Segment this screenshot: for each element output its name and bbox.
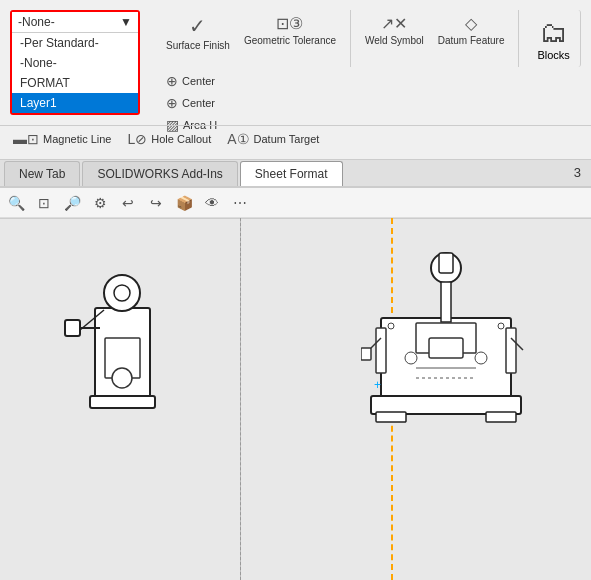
datum-feature-icon: ◇ [465,14,477,33]
blocks-button[interactable]: 🗂 Blocks [527,10,580,67]
zoom-icon-btn[interactable]: 🔎 [60,191,84,215]
layer-dropdown-current: -None- [18,15,55,29]
center-button-1[interactable]: ⊕ Center [160,71,223,91]
weld-symbol-icon: ↗✕ [381,14,407,33]
tab-solidworks-addins[interactable]: SOLIDWORKS Add-Ins [82,161,237,186]
undo-icon-btn[interactable]: ↩ [116,191,140,215]
list-item[interactable]: FORMAT [12,73,138,93]
drawing-item-left [60,248,190,428]
svg-point-20 [405,352,417,364]
datum-target-label: Datum Target [254,133,320,145]
tab-new-tab[interactable]: New Tab [4,161,80,186]
hole-callout-button[interactable]: L⊘ Hole Callout [123,129,217,149]
hole-callout-label: Hole Callout [151,133,211,145]
layer-dropdown[interactable]: -None- ▼ -Per Standard- -None- FORMAT La… [10,10,140,115]
toolbar-area: -None- ▼ -Per Standard- -None- FORMAT La… [0,0,591,160]
list-item[interactable]: -Per Standard- [12,33,138,53]
svg-point-6 [112,368,132,388]
weld-datum-group: ↗✕ Weld Symbol ◇ Datum Feature [359,10,519,67]
icon-toolbar: 🔍 ⊡ 🔎 ⚙ ↩ ↪ 📦 👁 ⋯ [0,188,591,218]
svg-point-26 [498,323,504,329]
surface-finish-group: ✓ Surface Finish ⊡③ Geometric Tolerance [160,10,351,67]
center-icon-2: ⊕ [166,95,178,111]
center-icon-1: ⊕ [166,73,178,89]
center-button-2[interactable]: ⊕ Center [160,93,223,113]
hole-callout-icon: L⊘ [128,131,148,147]
canvas-wrapper: + [0,218,591,580]
layer-dropdown-header[interactable]: -None- ▼ [12,12,138,33]
toolbar-icons-row1: ✓ Surface Finish ⊡③ Geometric Tolerance … [155,5,591,140]
center-label-2: Center [182,97,215,109]
surface-finish-label: Surface Finish [166,40,230,51]
magnetic-line-label: Magnetic Line [43,133,112,145]
drawing-item-right [361,238,531,428]
search-icon-btn[interactable]: 🔍 [4,191,28,215]
list-item[interactable]: -None- [12,53,138,73]
svg-rect-18 [376,412,406,422]
redo-icon-btn[interactable]: ↪ [144,191,168,215]
svg-rect-12 [441,282,451,322]
datum-feature-label: Datum Feature [438,35,505,46]
package-icon-btn[interactable]: 📦 [172,191,196,215]
surface-finish-icon: ✓ [189,14,206,38]
sheet-number: 3 [574,159,591,187]
geometric-tolerance-button[interactable]: ⊡③ Geometric Tolerance [238,10,342,50]
svg-point-21 [475,352,487,364]
svg-rect-19 [486,412,516,422]
vertical-divider [240,218,241,580]
tab-sheet-format[interactable]: Sheet Format [240,161,343,186]
weld-symbol-button[interactable]: ↗✕ Weld Symbol [359,10,430,50]
drawing-canvas[interactable]: + [0,218,591,580]
datum-feature-button[interactable]: ◇ Datum Feature [432,10,511,50]
settings-icon-btn[interactable]: ⚙ [88,191,112,215]
datum-target-button[interactable]: A① Datum Target [222,129,324,149]
geometric-tolerance-icon: ⊡③ [276,14,303,33]
chevron-down-icon: ▼ [120,15,132,29]
datum-target-icon: A① [227,131,249,147]
svg-rect-16 [506,328,516,373]
list-item-selected[interactable]: Layer1 [12,93,138,113]
view-icon-btn[interactable]: 👁 [200,191,224,215]
svg-rect-14 [429,338,463,358]
surface-finish-button[interactable]: ✓ Surface Finish [160,10,236,55]
svg-point-25 [388,323,394,329]
svg-rect-11 [439,253,453,273]
grid-icon-btn[interactable]: ⊡ [32,191,56,215]
toolbar-row3: ▬⊡ Magnetic Line L⊘ Hole Callout A① Datu… [0,125,591,152]
svg-rect-15 [376,328,386,373]
layer-dropdown-list: -Per Standard- -None- FORMAT Layer1 [12,33,138,113]
magnetic-line-button[interactable]: ▬⊡ Magnetic Line [8,129,117,149]
svg-point-2 [114,285,130,301]
tab-bar: New Tab SOLIDWORKS Add-Ins Sheet Format … [0,160,591,188]
geometric-tolerance-label: Geometric Tolerance [244,35,336,46]
weld-symbol-label: Weld Symbol [365,35,424,46]
magnetic-line-icon: ▬⊡ [13,131,39,147]
svg-rect-23 [361,348,371,360]
plus-marker: + [374,378,381,392]
center-label-1: Center [182,75,215,87]
more-icon-btn[interactable]: ⋯ [228,191,252,215]
blocks-icon: 🗂 [540,16,568,49]
svg-rect-4 [65,320,80,336]
svg-rect-7 [90,396,155,408]
blocks-label: Blocks [537,49,569,61]
